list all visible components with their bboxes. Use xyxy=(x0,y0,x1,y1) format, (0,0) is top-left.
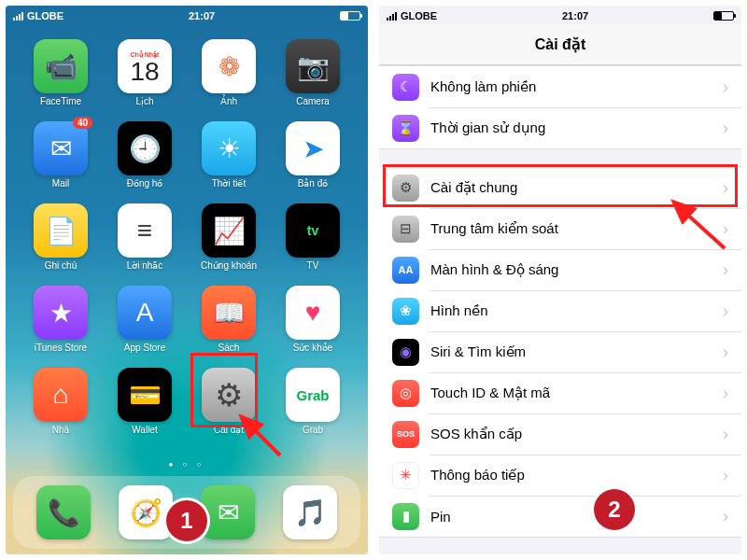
switches-icon: ⊟ xyxy=(392,216,419,243)
settings-icon: ⚙︎ xyxy=(202,368,256,422)
maps-icon: ➤ xyxy=(286,121,340,175)
settings-navbar: Cài đặt xyxy=(379,24,741,65)
chevron-icon: › xyxy=(723,507,728,526)
dock-messages[interactable]: ✉ xyxy=(201,485,255,539)
tv-icon: tv xyxy=(286,203,340,258)
app-clock[interactable]: 🕘Đồng hồ xyxy=(105,121,185,200)
app-grab[interactable]: GrabGrab xyxy=(273,368,353,446)
battery-icon xyxy=(340,11,360,21)
sos-icon: SOS xyxy=(392,421,419,448)
calendar-icon: Chủ Nhật18 xyxy=(118,39,172,93)
hourglass-icon: ⌛ xyxy=(392,115,419,142)
app-settings[interactable]: ⚙︎Cài đặt xyxy=(189,368,269,446)
row-siri[interactable]: ◉Siri & Tìm kiếm› xyxy=(379,331,741,372)
mail-icon: ✉︎40 xyxy=(34,121,88,175)
status-time: 21:07 xyxy=(63,10,340,21)
app-grid: 📹FaceTime Chủ Nhật18Lịch ❁Ảnh 📷Camera ✉︎… xyxy=(21,39,353,446)
app-wallet[interactable]: 💳Wallet xyxy=(105,368,185,446)
flower-icon: ❀ xyxy=(392,298,419,325)
app-health[interactable]: ♥Sức khỏe xyxy=(273,286,353,364)
chevron-icon: › xyxy=(723,301,728,321)
chevron-icon: › xyxy=(723,425,728,444)
signal-icon xyxy=(13,11,23,21)
carrier-label: GLOBE xyxy=(401,10,437,21)
carrier-label: GLOBE xyxy=(27,10,63,21)
step-badge-2: 2 xyxy=(594,489,635,530)
app-maps[interactable]: ➤Bản đồ xyxy=(273,121,353,200)
app-mail[interactable]: ✉︎40Mail xyxy=(21,121,101,200)
row-exposure[interactable]: ✳︎Thông báo tiếp› xyxy=(379,455,741,496)
app-home[interactable]: ⌂Nhà xyxy=(21,368,101,446)
step-badge-1: 1 xyxy=(166,500,207,541)
app-appstore[interactable]: AApp Store xyxy=(105,286,185,364)
app-tv[interactable]: tvTV xyxy=(273,203,353,282)
display-icon: AA xyxy=(392,257,419,284)
wallet-icon: 💳 xyxy=(118,368,172,422)
panel-step-1: GLOBE 21:07 📹FaceTime Chủ Nhật18Lịch ❁Ản… xyxy=(6,6,368,554)
weather-icon: ☀︎ xyxy=(202,121,256,175)
mail-badge: 40 xyxy=(73,117,92,129)
home-screen: GLOBE 21:07 📹FaceTime Chủ Nhật18Lịch ❁Ản… xyxy=(6,6,368,554)
row-wallpaper[interactable]: ❀Hình nền› xyxy=(379,290,741,331)
app-weather[interactable]: ☀︎Thời tiết xyxy=(189,121,269,200)
appstore-icon: A xyxy=(118,286,172,340)
battery-row-icon: ▮ xyxy=(392,503,419,530)
panel-step-2: GLOBE 21:07 Cài đặt ☾Không làm phiền› ⌛T… xyxy=(379,6,741,554)
status-bar: GLOBE 21:07 xyxy=(6,6,368,24)
notes-icon: 📄 xyxy=(34,203,88,258)
dock-phone[interactable]: 📞 xyxy=(36,485,91,539)
row-general[interactable]: ⚙︎Cài đặt chung› xyxy=(379,167,741,208)
chevron-icon: › xyxy=(723,178,728,198)
row-display[interactable]: AAMàn hình & Độ sáng› xyxy=(379,249,741,290)
settings-title: Cài đặt xyxy=(535,35,585,53)
reminders-icon: ≡ xyxy=(118,203,172,258)
row-battery[interactable]: ▮Pin› xyxy=(379,496,741,537)
app-stocks[interactable]: 📈Chứng khoán xyxy=(189,203,269,282)
chevron-icon: › xyxy=(723,466,728,485)
app-camera[interactable]: 📷Camera xyxy=(273,39,353,118)
books-icon: 📖 xyxy=(202,286,256,340)
app-facetime[interactable]: 📹FaceTime xyxy=(21,39,101,118)
row-sos[interactable]: SOSSOS khẩn cấp› xyxy=(379,413,741,455)
settings-list[interactable]: ☾Không làm phiền› ⌛Thời gian sử dụng› ⚙︎… xyxy=(379,65,741,538)
exposure-icon: ✳︎ xyxy=(392,462,419,489)
settings-group-1: ☾Không làm phiền› ⌛Thời gian sử dụng› xyxy=(379,65,741,149)
gear-icon: ⚙︎ xyxy=(392,175,419,202)
itunes-icon: ★ xyxy=(34,286,88,340)
dock-music[interactable]: 🎵 xyxy=(283,485,337,539)
status-time: 21:07 xyxy=(437,10,713,21)
app-photos[interactable]: ❁Ảnh xyxy=(189,39,269,118)
signal-icon xyxy=(387,11,397,21)
health-icon: ♥ xyxy=(286,286,340,340)
fingerprint-icon: ◎ xyxy=(392,380,419,407)
row-screentime[interactable]: ⌛Thời gian sử dụng› xyxy=(379,107,741,148)
clock-icon: 🕘 xyxy=(118,121,172,175)
camera-icon: 📷 xyxy=(286,39,340,93)
moon-icon: ☾ xyxy=(392,74,419,101)
battery-icon xyxy=(713,11,734,21)
row-touchid[interactable]: ◎Touch ID & Mật mã› xyxy=(379,372,741,413)
chevron-icon: › xyxy=(723,219,728,239)
app-calendar[interactable]: Chủ Nhật18Lịch xyxy=(105,39,185,118)
home-icon: ⌂ xyxy=(34,368,88,422)
siri-icon: ◉ xyxy=(392,339,419,366)
status-bar-settings: GLOBE 21:07 xyxy=(379,6,741,24)
grab-icon: Grab xyxy=(286,368,340,422)
photos-icon: ❁ xyxy=(202,39,256,93)
row-controlcenter[interactable]: ⊟Trung tâm kiểm soát› xyxy=(379,208,741,249)
row-dnd[interactable]: ☾Không làm phiền› xyxy=(379,66,741,107)
chevron-icon: › xyxy=(723,77,728,97)
dock-safari[interactable]: 🧭 xyxy=(119,485,173,539)
stocks-icon: 📈 xyxy=(202,203,256,258)
app-itunes[interactable]: ★iTunes Store xyxy=(21,286,101,364)
app-books[interactable]: 📖Sách xyxy=(189,286,269,364)
chevron-icon: › xyxy=(723,119,728,138)
chevron-icon: › xyxy=(723,260,728,280)
app-reminders[interactable]: ≡Lời nhắc xyxy=(105,203,185,282)
chevron-icon: › xyxy=(723,343,728,362)
settings-group-2: ⚙︎Cài đặt chung› ⊟Trung tâm kiểm soát› A… xyxy=(379,166,741,538)
app-notes[interactable]: 📄Ghi chú xyxy=(21,203,101,282)
page-dots: ● ○ ○ xyxy=(6,460,368,469)
chevron-icon: › xyxy=(723,384,728,403)
facetime-icon: 📹 xyxy=(34,39,88,93)
